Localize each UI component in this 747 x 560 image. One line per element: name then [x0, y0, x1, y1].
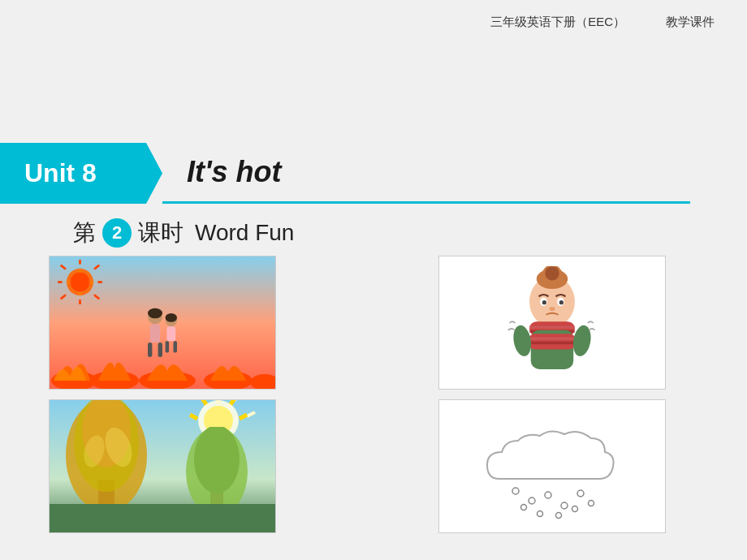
images-grid: [49, 256, 666, 533]
unit-banner: Unit 8 It's hot: [0, 143, 690, 204]
svg-line-49: [247, 412, 255, 416]
slide: 三年级英语下册（EEC） 教学课件 Unit 8 It's hot 第 2 课时…: [0, 0, 747, 560]
svg-point-23: [166, 313, 177, 322]
lesson-prefix: 第: [73, 218, 96, 248]
svg-point-32: [545, 266, 559, 281]
unit-title: It's hot: [187, 155, 282, 189]
top-bar: 三年级英语下册（EEC） 教学课件: [490, 15, 715, 30]
svg-point-36: [559, 300, 563, 304]
svg-rect-20: [166, 326, 175, 341]
type-label: 教学课件: [666, 15, 715, 30]
svg-point-66: [512, 488, 519, 494]
svg-point-68: [545, 492, 551, 498]
svg-rect-15: [150, 325, 161, 343]
svg-rect-44: [528, 341, 576, 344]
svg-line-54: [190, 415, 197, 419]
svg-point-35: [542, 300, 546, 304]
svg-rect-39: [529, 325, 575, 329]
svg-point-75: [589, 500, 594, 506]
cloud-snow-image: [438, 399, 666, 533]
svg-point-71: [521, 504, 527, 510]
unit-label: Unit 8: [0, 143, 162, 204]
svg-point-74: [572, 506, 578, 511]
svg-line-1: [95, 265, 99, 269]
svg-point-67: [529, 498, 535, 504]
svg-point-72: [538, 510, 543, 516]
svg-point-65: [194, 427, 240, 493]
svg-line-5: [62, 295, 66, 299]
svg-point-18: [148, 308, 162, 319]
unit-title-area: It's hot: [162, 143, 690, 204]
lesson-topic: Word Fun: [195, 220, 294, 246]
park-scene-image: [49, 399, 276, 533]
series-label: 三年级英语下册（EEC）: [490, 15, 625, 30]
svg-line-3: [95, 295, 99, 299]
svg-point-9: [71, 273, 90, 292]
svg-rect-43: [528, 337, 576, 340]
lesson-number-circle: 2: [102, 218, 132, 248]
svg-point-70: [577, 490, 584, 497]
svg-line-53: [240, 415, 247, 419]
cold-person-image: [438, 256, 666, 390]
subtitle-row: 第 2 课时 Word Fun: [73, 218, 294, 248]
lesson-suffix: 课时: [138, 218, 184, 248]
svg-line-7: [62, 265, 66, 269]
svg-point-73: [556, 512, 562, 518]
svg-point-69: [561, 502, 568, 509]
hot-scene-image: [49, 256, 276, 390]
svg-point-28: [250, 374, 275, 389]
svg-point-37: [550, 306, 555, 310]
